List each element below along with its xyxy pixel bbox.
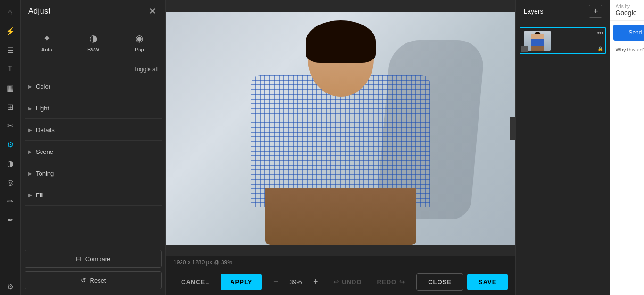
light-section-header[interactable]: ▶ Light [25,98,162,118]
why-this-ad-text: Why this ad? [615,47,644,52]
toggle-all-row: Toggle all [21,62,165,76]
toggle-all-button[interactable]: Toggle all [134,66,158,73]
photo-wrapper [166,12,515,245]
adjust-header: Adjust ✕ [21,0,165,23]
fill-section-header[interactable]: ▶ Fill [25,185,162,205]
color-section-header[interactable]: ▶ Color [25,76,162,97]
toning-label: Toning [36,170,54,177]
close-adjust-button[interactable]: ✕ [147,6,158,17]
ads-header: Ads by Google ← [610,0,644,21]
color-chevron-icon: ▶ [28,84,32,89]
google-text: Google [615,9,636,17]
toning-section-header[interactable]: ▶ Toning [25,163,162,184]
pop-button[interactable]: ◉ Pop [117,29,162,56]
zoom-in-button[interactable]: + [309,276,322,289]
scene-chevron-icon: ▶ [28,149,32,154]
light-chevron-icon: ▶ [28,106,32,111]
ads-by-google: Ads by Google [615,4,636,17]
why-this-ad: Why this ad? i [610,44,644,55]
pop-icon: ◉ [135,33,143,44]
layer-options-button[interactable]: ••• [597,30,603,36]
globe-icon[interactable]: ◎ [2,174,19,191]
compare-button[interactable]: ⊟ Compare [25,250,162,268]
undo-button[interactable]: ↩ UNDO [330,276,365,288]
fill-section: ▶ Fill [25,185,162,206]
light-label: Light [36,105,49,112]
text-icon[interactable]: T [2,60,19,77]
close-editor-button[interactable]: CLOSE [416,273,463,291]
details-section: ▶ Details [25,120,162,141]
bottom-left-actions: CANCEL APPLY [166,274,269,290]
bw-button[interactable]: ◑ B&W [71,29,115,56]
redo-label: REDO [377,278,397,286]
pen-nib-icon[interactable]: ✒ [2,211,19,228]
zoom-level: 39% [286,278,305,286]
adjust-title: Adjust [28,7,50,16]
undo-redo-controls: ↩ UNDO REDO ↪ [330,276,409,288]
bottom-center-controls: − 39% + ↩ UNDO REDO ↪ [269,276,409,289]
undo-icon: ↩ [333,278,339,286]
photo-background [166,12,515,245]
reset-button[interactable]: ↺ Reset [25,271,162,289]
canvas-area: › 1920 x 1280 px @ 39% [166,0,515,295]
save-button[interactable]: SAVE [467,274,508,290]
accordion-sections: ▶ Color ▶ Light ▶ Details ▶ Scene [21,76,165,244]
zoom-out-button[interactable]: − [269,276,282,289]
toning-chevron-icon: ▶ [28,171,32,176]
person-pants [265,188,416,245]
layer-thumb-person [531,34,544,51]
bottom-toolbar: CANCEL APPLY − 39% + ↩ UNDO REDO ↪ [166,269,515,295]
image-info-bar: 1920 x 1280 px @ 39% [166,256,515,269]
pattern-icon[interactable]: ▦ [2,79,19,96]
send-feedback-button[interactable]: Send feedback [613,25,644,41]
add-layer-button[interactable]: + [589,5,602,18]
ads-by-text: Ads by [615,4,636,9]
auto-enhance-icon[interactable]: ⚡ [2,23,19,40]
left-toolbar: ⌂ ⚡ ☰ T ▦ ⊞ ✂ ⚙ ◑ ◎ ✏ ✒ ⚙ [0,0,21,295]
details-section-header[interactable]: ▶ Details [25,120,162,140]
pop-label: Pop [135,47,144,52]
toning-section: ▶ Toning [25,163,162,184]
zoom-controls: − 39% + [269,276,322,289]
quick-actions: ✦ Auto ◑ B&W ◉ Pop [21,23,165,62]
person-hair [306,20,376,63]
bw-icon: ◑ [89,33,97,44]
photo-container: › [166,0,515,256]
redo-button[interactable]: REDO ↪ [373,276,409,288]
fill-label: Fill [36,192,44,199]
layer-lock-icon: 🔒 [597,46,603,51]
settings-icon[interactable]: ⚙ [2,278,19,295]
image-dimensions: 1920 x 1280 px @ 39% [173,259,232,266]
reset-label: Reset [90,277,106,284]
bottom-right-actions: CLOSE SAVE [409,273,515,291]
fill-chevron-icon: ▶ [28,193,32,198]
layers-header: Layers + [516,0,610,23]
layers-panel: Layers + ••• 🔒 [515,0,610,295]
scissors-icon[interactable]: ✂ [2,117,19,134]
crop-icon[interactable]: ⊞ [2,98,19,115]
circle-half-icon[interactable]: ◑ [2,155,19,172]
sliders-icon[interactable]: ⚙ [2,136,19,153]
light-section: ▶ Light [25,98,162,119]
collapse-panel-button[interactable]: › [510,117,515,140]
cancel-button[interactable]: CANCEL [173,274,217,290]
apply-button[interactable]: APPLY [221,274,262,290]
color-section: ▶ Color [25,76,162,97]
layers-icon[interactable]: ☰ [2,42,19,59]
undo-label: UNDO [342,278,362,286]
auto-icon: ✦ [43,33,51,44]
pen-icon[interactable]: ✏ [2,193,19,210]
layer-small-thumb [521,46,528,52]
auto-label: Auto [41,47,52,52]
adjust-panel: Adjust ✕ ✦ Auto ◑ B&W ◉ Pop Toggle all [21,0,166,295]
redo-icon: ↪ [399,278,405,286]
scene-label: Scene [36,148,53,155]
scene-section-header[interactable]: ▶ Scene [25,142,162,162]
details-chevron-icon: ▶ [28,127,32,133]
layer-thumbnail [524,31,551,51]
auto-button[interactable]: ✦ Auto [25,29,69,56]
layers-title: Layers [523,8,543,15]
home-icon[interactable]: ⌂ [2,4,19,21]
layer-item[interactable]: ••• 🔒 [520,27,606,54]
color-label: Color [36,83,50,90]
